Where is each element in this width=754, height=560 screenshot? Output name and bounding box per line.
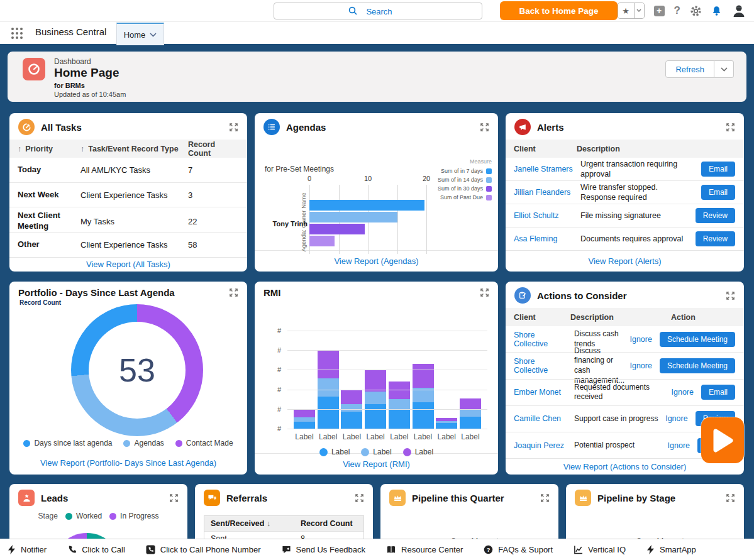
view-report-link[interactable]: View Report (Alerts): [506, 250, 744, 272]
client-link[interactable]: Camille Chen: [514, 414, 574, 423]
bolt-icon: [8, 545, 16, 554]
utility-item[interactable]: ?FAQs & Suport: [484, 545, 553, 554]
card-title: Leads: [41, 493, 68, 503]
ignore-link[interactable]: Ignore: [629, 361, 651, 370]
alert-action-button[interactable]: Email: [701, 185, 735, 200]
search-input[interactable]: [274, 3, 484, 20]
help-icon[interactable]: ?: [674, 4, 680, 17]
alert-action-button[interactable]: Email: [701, 162, 735, 177]
x-axis-tick: 20: [423, 175, 430, 182]
legend-label: Sum of in 30 days: [438, 185, 483, 192]
client-link[interactable]: Shore Collective: [514, 331, 574, 348]
bar-segment: [413, 364, 434, 387]
legend-label: Label: [373, 447, 391, 456]
client-link[interactable]: Janelle Stramers: [514, 165, 580, 173]
bar-segment: [341, 412, 362, 429]
expand-icon[interactable]: [480, 123, 489, 132]
client-link[interactable]: Asa Fleming: [514, 234, 580, 243]
x-axis-tick: 10: [364, 175, 372, 182]
utility-item[interactable]: Resource Center: [386, 545, 463, 554]
back-to-home-button[interactable]: Back to Home Page: [500, 1, 618, 20]
view-report-link[interactable]: View Report (All Tasks): [9, 257, 247, 272]
column-header-count[interactable]: Record Count: [188, 140, 238, 158]
notifications-bell-icon[interactable]: [711, 6, 722, 16]
task-count-cell: 22: [188, 217, 238, 226]
expand-icon[interactable]: [540, 493, 550, 503]
bar-segment: [436, 423, 457, 429]
card-title: RMI: [263, 287, 281, 298]
phone-icon: [67, 545, 77, 554]
alert-action-button[interactable]: Review: [696, 231, 735, 246]
utility-item[interactable]: Notifier: [8, 545, 47, 554]
favorites-dropdown-icon[interactable]: [634, 3, 644, 18]
table-row: Shore CollectiveDiscuss financing or cas…: [506, 352, 744, 378]
task-priority-cell: Other: [18, 236, 80, 253]
ignore-link[interactable]: Ignore: [665, 414, 687, 423]
alerts-table-header: Client Description: [506, 140, 744, 158]
app-launcher-icon[interactable]: [11, 28, 23, 39]
legend-swatch: [486, 177, 492, 183]
expand-icon[interactable]: [726, 291, 735, 300]
gridline: [397, 185, 398, 254]
view-report-link[interactable]: View Report (Portfolio- Days Since Last …: [9, 453, 247, 473]
alert-action-button[interactable]: Review: [696, 208, 735, 223]
phone-square-icon: [146, 545, 155, 554]
bar-segment: [460, 417, 481, 429]
legend-dot: [23, 440, 30, 447]
action-button[interactable]: Email: [701, 385, 735, 400]
column-header-sent-received[interactable]: Sent/Received ↓: [204, 516, 294, 531]
client-link[interactable]: Elliot Schultz: [514, 211, 580, 220]
utility-item-label: Click to Call Phone Number: [160, 545, 261, 554]
column-header-priority[interactable]: ↑Priority: [18, 145, 80, 153]
ignore-link[interactable]: Ignore: [629, 335, 651, 344]
bar-segment: [460, 409, 481, 417]
expand-icon[interactable]: [355, 493, 364, 503]
stacked-bar: [460, 398, 481, 429]
client-link[interactable]: Shore Collective: [514, 357, 574, 375]
global-search[interactable]: [274, 3, 482, 19]
tab-home[interactable]: Home: [116, 23, 164, 45]
expand-icon[interactable]: [480, 288, 489, 297]
card-title: Alerts: [537, 122, 564, 133]
expand-icon[interactable]: [229, 288, 238, 297]
refresh-dropdown-icon[interactable]: [714, 60, 734, 78]
gridline: [287, 409, 487, 410]
ignore-link[interactable]: Ignore: [672, 388, 694, 397]
action-button[interactable]: Schedule Meeting: [660, 358, 735, 373]
user-avatar[interactable]: [731, 3, 746, 18]
task-count-cell: 58: [188, 240, 238, 250]
expand-icon[interactable]: [726, 493, 735, 503]
card-pipeline-this-quarter: Pipeline this Quarter Sum of Amount Trea…: [380, 484, 558, 539]
gridline: [287, 429, 487, 429]
client-link[interactable]: Joaquin Perez: [514, 441, 574, 450]
setup-gear-icon[interactable]: [690, 5, 702, 17]
utility-item[interactable]: SmartApp: [646, 545, 696, 554]
favorites-star-icon[interactable]: ★: [618, 3, 634, 18]
legend-item: Worked: [65, 512, 102, 520]
leads-icon: [18, 490, 35, 506]
table-row: Next WeekClient Experience Tasks3: [9, 182, 247, 207]
column-header-type[interactable]: ↑Task/Event Record Type: [80, 145, 188, 153]
utility-item[interactable]: Click to Call: [67, 545, 125, 554]
x-axis-label: Label: [389, 432, 410, 441]
expand-icon[interactable]: [726, 123, 735, 132]
view-report-link[interactable]: View Report (RMI): [255, 453, 498, 475]
utility-item[interactable]: Click to Call Phone Number: [146, 545, 261, 554]
expand-icon[interactable]: [229, 123, 238, 132]
bar-segment: [294, 417, 315, 422]
ignore-link[interactable]: Ignore: [668, 441, 690, 450]
refresh-button[interactable]: Refresh: [665, 60, 714, 78]
video-play-button[interactable]: [701, 417, 744, 463]
bar-segment: [294, 422, 315, 429]
expand-icon[interactable]: [169, 493, 179, 503]
agendas-subtitle: for Pre-Set Meetings: [265, 165, 334, 173]
utility-item[interactable]: Send Us Feedback: [282, 545, 366, 554]
all-tasks-rows: TodayAll AML/KYC Tasks7Next WeekClient E…: [9, 158, 247, 257]
action-button[interactable]: Schedule Meeting: [660, 332, 735, 347]
client-link[interactable]: Ember Monet: [514, 388, 574, 397]
add-icon[interactable]: +: [654, 6, 665, 16]
utility-item[interactable]: Vertical IQ: [574, 545, 626, 554]
column-header-record-count[interactable]: Record Count: [294, 516, 363, 531]
stacked-bar: [436, 418, 457, 429]
client-link[interactable]: Jillian Fleanders: [514, 188, 580, 197]
